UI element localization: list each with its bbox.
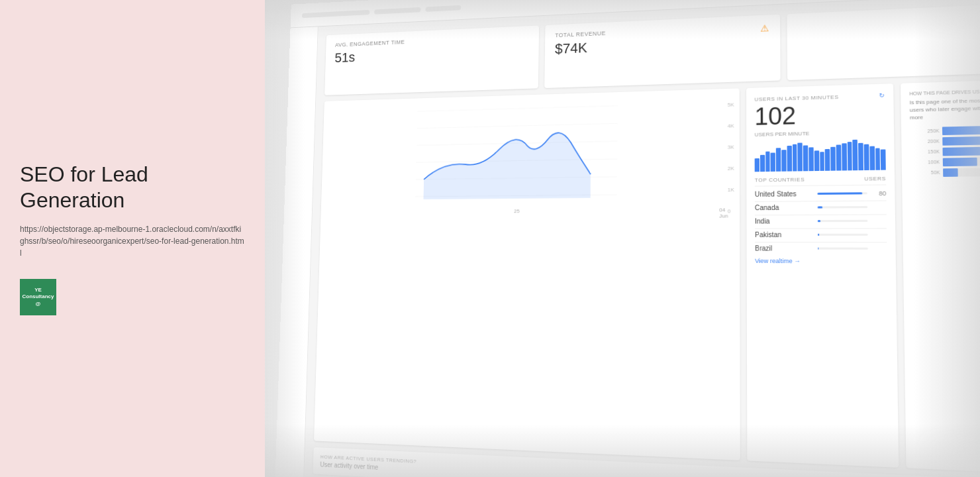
x-label-04jun: 04Jun — [719, 207, 728, 219]
country-name: United States — [755, 190, 813, 198]
bar-item — [820, 152, 824, 171]
topbar-item — [374, 7, 420, 14]
placeholder-card — [787, 2, 980, 80]
country-bar-bg — [818, 247, 868, 249]
bar-item — [842, 143, 847, 170]
country-bar-fill — [818, 220, 820, 222]
refresh-icon: ↻ — [879, 92, 885, 99]
extra-bar-row: 250K — [910, 125, 980, 136]
top-countries: TOP COUNTRIES USERS United States 80 Can… — [755, 176, 887, 265]
tc-users-label: USERS — [864, 176, 886, 182]
country-row: United States 80 — [755, 189, 887, 198]
bar-item — [760, 155, 765, 172]
page-title: SEO for Lead Generation — [20, 162, 245, 213]
rt-header: USERS IN LAST 30 MINUTES ↻ — [754, 92, 885, 103]
extra-card-label: HOW THIS PAGE DRIVES USER GROWTH — [909, 87, 980, 96]
country-divider — [755, 214, 887, 215]
country-bar-bg — [818, 234, 868, 236]
extra-bar-label: 250K — [910, 129, 939, 134]
logo-line2: @ — [36, 301, 41, 307]
extra-bar-outer — [942, 125, 980, 135]
country-name: Pakistan — [755, 231, 814, 238]
realtime-card: USERS IN LAST 30 MINUTES ↻ 102 USERS PER… — [746, 83, 899, 468]
extra-right-card: HOW THIS PAGE DRIVES USER GROWTH Is this… — [901, 79, 980, 475]
bar-item — [875, 148, 881, 170]
country-bar-fill — [818, 234, 819, 236]
warning-icon: ⚠ — [760, 23, 769, 33]
country-bar-fill — [817, 192, 862, 195]
rt-per-minute: USERS PER MINUTE — [755, 129, 886, 137]
extra-bar-row: 100K — [910, 156, 980, 167]
bar-item — [765, 152, 770, 172]
country-bar-bg — [818, 206, 867, 209]
users-per-minute-chart — [755, 139, 886, 172]
country-name: Canada — [755, 203, 813, 211]
chart-y-labels: 5K 4K 3K 2K 1K 0 — [728, 102, 734, 215]
analytics-content: Avg. engagement time 51s Total revenue ⚠… — [304, 0, 980, 477]
bar-item — [755, 158, 760, 172]
extra-bar-label: 50K — [910, 170, 940, 176]
y-label-2k: 2K — [728, 166, 734, 172]
bar-item — [792, 144, 797, 172]
rt-header-label: USERS IN LAST 30 MINUTES — [754, 93, 838, 102]
engagement-card: Avg. engagement time 51s — [324, 25, 539, 95]
revenue-card: Total revenue ⚠ $74K — [544, 15, 780, 88]
y-label-5k: 5K — [728, 102, 734, 108]
bar-item — [869, 146, 875, 170]
page-url: https://objectstorage.ap-melbourne-1.ora… — [20, 223, 245, 259]
extra-bar-outer — [942, 135, 980, 146]
country-divider — [755, 228, 887, 229]
bar-item — [808, 147, 813, 171]
bar-item — [825, 149, 830, 171]
y-label-0: 0 — [728, 208, 734, 214]
bar-item — [814, 150, 818, 171]
extra-bar-label: 150K — [910, 149, 940, 154]
bar-item — [858, 143, 863, 170]
y-label-4k: 4K — [728, 123, 734, 129]
extra-bar-inner — [943, 168, 957, 177]
country-name: India — [755, 217, 814, 225]
extra-bar-outer — [943, 156, 980, 166]
logo-line1: YE Consultancy — [20, 287, 56, 301]
country-bar-bg — [817, 192, 867, 195]
country-divider — [755, 242, 887, 242]
topbar-item2 — [425, 5, 461, 11]
extra-bar-row: 50K — [910, 167, 980, 177]
analytics-panel: Avg. engagement time 51s Total revenue ⚠… — [265, 0, 980, 477]
y-label-1k: 1K — [728, 187, 734, 193]
svg-line-1 — [417, 123, 618, 128]
extra-card-desc: Is this page one of the most visited pag… — [910, 95, 980, 122]
view-realtime-link[interactable]: View realtime → — [755, 258, 887, 265]
country-bar-bg — [818, 220, 868, 222]
country-rows: United States 80 Canada India Pakistan B… — [755, 189, 887, 252]
extra-bar-inner — [943, 157, 977, 166]
chart-x-labels: 25 04Jun — [328, 207, 732, 221]
rt-users-count: 102 — [754, 101, 885, 129]
extra-bar-row: 200K — [910, 135, 980, 146]
bar-item — [803, 145, 808, 171]
country-bar-fill — [818, 247, 819, 249]
extra-bar-label: 200K — [910, 138, 939, 144]
country-bar-fill — [818, 206, 823, 208]
chart-section: 5K 4K 3K 2K 1K 0 — [314, 79, 980, 475]
country-row: Pakistan — [755, 231, 887, 238]
svg-line-0 — [417, 106, 618, 112]
extra-bar-outer — [942, 146, 980, 156]
bar-item — [776, 148, 781, 172]
bar-item — [836, 144, 842, 170]
bar-item — [771, 152, 775, 172]
analytics-wrapper: Avg. engagement time 51s Total revenue ⚠… — [275, 0, 980, 477]
y-label-3k: 3K — [728, 144, 734, 150]
bar-item — [787, 146, 791, 172]
left-panel: SEO for Lead Generation https://objectst… — [0, 0, 265, 477]
country-row: Brazil — [755, 244, 887, 252]
bar-item — [781, 150, 786, 172]
logo: YE Consultancy @ — [20, 279, 56, 315]
tc-label: TOP COUNTRIES — [755, 176, 805, 183]
bar-item — [830, 147, 836, 171]
line-chart-svg — [328, 97, 731, 206]
bar-item — [864, 144, 869, 170]
topbar-url — [302, 9, 370, 17]
country-value: 80 — [871, 189, 886, 197]
extra-bar-inner — [942, 125, 980, 134]
